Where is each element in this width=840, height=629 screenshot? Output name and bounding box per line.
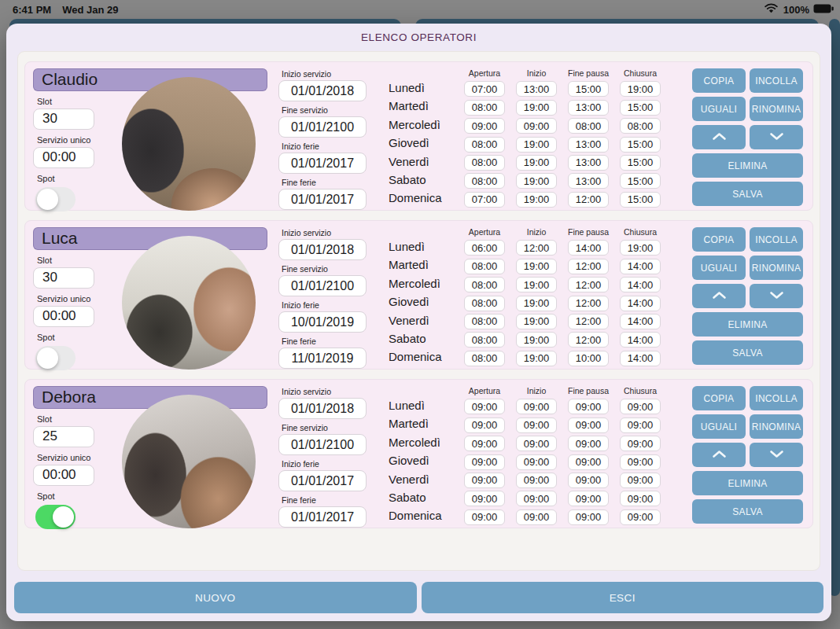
operator-name-input[interactable]: [33, 68, 267, 91]
time-input[interactable]: [568, 351, 609, 366]
time-input[interactable]: [568, 509, 609, 525]
time-input[interactable]: [620, 296, 661, 311]
inizio-servizio-input[interactable]: [278, 80, 367, 101]
move-down-button[interactable]: [750, 284, 803, 308]
time-input[interactable]: [464, 314, 505, 329]
time-input[interactable]: [464, 259, 505, 274]
fine-servizio-input[interactable]: [278, 275, 367, 296]
elimina-button[interactable]: ELIMINA: [692, 471, 803, 495]
salva-button[interactable]: SALVA: [692, 182, 803, 206]
time-input[interactable]: [568, 417, 609, 433]
time-input[interactable]: [620, 155, 661, 171]
time-input[interactable]: [516, 81, 557, 97]
time-input[interactable]: [464, 240, 505, 256]
time-input[interactable]: [568, 173, 609, 189]
time-input[interactable]: [620, 100, 661, 116]
time-input[interactable]: [464, 436, 505, 451]
time-input[interactable]: [516, 259, 557, 274]
time-input[interactable]: [464, 473, 505, 488]
time-input[interactable]: [620, 259, 661, 274]
time-input[interactable]: [464, 100, 505, 116]
nuovo-button[interactable]: NUOVO: [14, 582, 417, 613]
time-input[interactable]: [620, 314, 661, 329]
time-input[interactable]: [620, 81, 661, 97]
time-input[interactable]: [464, 173, 505, 189]
move-down-button[interactable]: [750, 125, 803, 149]
time-input[interactable]: [568, 137, 609, 153]
time-input[interactable]: [516, 173, 557, 189]
time-input[interactable]: [568, 436, 609, 451]
time-input[interactable]: [516, 296, 557, 311]
time-input[interactable]: [568, 296, 609, 311]
time-input[interactable]: [464, 454, 505, 470]
time-input[interactable]: [620, 436, 661, 451]
time-input[interactable]: [568, 277, 609, 292]
time-input[interactable]: [464, 351, 505, 366]
spot-toggle[interactable]: [35, 505, 76, 529]
inizio-ferie-input[interactable]: [278, 311, 367, 333]
time-input[interactable]: [516, 332, 557, 348]
time-input[interactable]: [620, 473, 661, 488]
slot-input[interactable]: [33, 426, 94, 447]
time-input[interactable]: [568, 314, 609, 329]
inizio-servizio-input[interactable]: [278, 239, 367, 260]
incolla-button[interactable]: INCOLLA: [750, 227, 803, 252]
slot-input[interactable]: [33, 267, 94, 289]
operator-photo[interactable]: [122, 395, 256, 528]
time-input[interactable]: [464, 491, 505, 506]
spot-toggle[interactable]: [35, 187, 76, 212]
uguali-button[interactable]: UGUALI: [692, 414, 746, 439]
time-input[interactable]: [516, 454, 557, 470]
time-input[interactable]: [516, 118, 557, 134]
time-input[interactable]: [464, 332, 505, 348]
salva-button[interactable]: SALVA: [692, 340, 803, 365]
time-input[interactable]: [516, 436, 557, 451]
time-input[interactable]: [464, 399, 505, 414]
time-input[interactable]: [568, 332, 609, 348]
copia-button[interactable]: COPIA: [692, 227, 746, 252]
time-input[interactable]: [568, 454, 609, 470]
time-input[interactable]: [516, 100, 557, 116]
time-input[interactable]: [568, 81, 609, 97]
time-input[interactable]: [568, 240, 609, 256]
time-input[interactable]: [620, 509, 661, 525]
time-input[interactable]: [516, 155, 557, 171]
spot-toggle[interactable]: [35, 346, 76, 370]
move-up-button[interactable]: [692, 125, 746, 149]
incolla-button[interactable]: INCOLLA: [750, 386, 803, 410]
inizio-ferie-input[interactable]: [278, 470, 367, 491]
time-input[interactable]: [516, 240, 557, 256]
uguali-button[interactable]: UGUALI: [692, 97, 746, 121]
time-input[interactable]: [620, 118, 661, 134]
time-input[interactable]: [516, 509, 557, 525]
time-input[interactable]: [464, 277, 505, 292]
copia-button[interactable]: COPIA: [692, 386, 746, 410]
time-input[interactable]: [516, 277, 557, 292]
operator-name-input[interactable]: [33, 386, 267, 409]
rinomina-button[interactable]: RINOMINA: [750, 97, 803, 121]
time-input[interactable]: [568, 100, 609, 116]
time-input[interactable]: [464, 192, 505, 208]
time-input[interactable]: [620, 399, 661, 414]
rinomina-button[interactable]: RINOMINA: [750, 256, 803, 280]
time-input[interactable]: [620, 173, 661, 189]
copia-button[interactable]: COPIA: [692, 68, 746, 93]
salva-button[interactable]: SALVA: [692, 499, 803, 524]
inizio-ferie-input[interactable]: [278, 153, 367, 174]
time-input[interactable]: [516, 192, 557, 208]
time-input[interactable]: [568, 192, 609, 208]
servizio-unico-input[interactable]: [33, 306, 94, 327]
time-input[interactable]: [516, 417, 557, 433]
time-input[interactable]: [568, 399, 609, 414]
elimina-button[interactable]: ELIMINA: [692, 312, 803, 337]
fine-servizio-input[interactable]: [278, 434, 367, 455]
time-input[interactable]: [620, 192, 661, 208]
time-input[interactable]: [464, 296, 505, 311]
move-up-button[interactable]: [692, 284, 746, 308]
servizio-unico-input[interactable]: [33, 465, 94, 486]
fine-servizio-input[interactable]: [278, 116, 367, 138]
time-input[interactable]: [516, 399, 557, 414]
time-input[interactable]: [516, 491, 557, 506]
time-input[interactable]: [620, 240, 661, 256]
fine-ferie-input[interactable]: [278, 189, 367, 210]
